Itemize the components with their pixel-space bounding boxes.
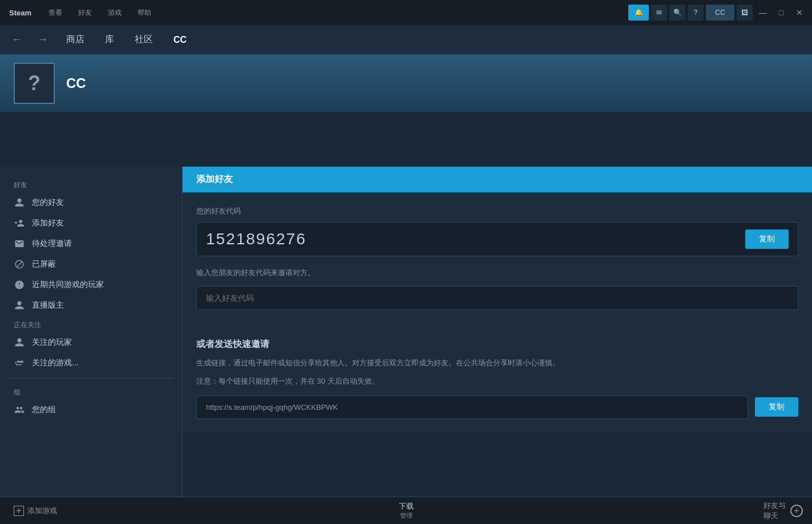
nav-library[interactable]: 库 — [100, 31, 119, 48]
sidebar-label-recent-players: 近期共同游戏的玩家 — [32, 280, 104, 290]
sidebar-section-groups: 组 — [0, 383, 182, 400]
main-layout: 好友 您的好友 添加好友 待处理邀请 已屏蔽 — [0, 167, 812, 524]
following-person-icon — [14, 337, 25, 348]
screenshot-button[interactable]: 🖼 — [737, 5, 753, 21]
bottombar-center: 下载 管理 — [399, 501, 414, 520]
app-name: Steam — [5, 6, 36, 19]
sidebar-divider — [9, 378, 173, 378]
friend-code-value: 1521896276 — [206, 230, 745, 248]
sidebar-item-blocked[interactable]: 已屏蔽 — [0, 254, 182, 275]
titlebar-left: Steam 查看 好友 游戏 帮助 — [5, 6, 155, 20]
bottombar: + 添加游戏 下载 管理 好友与聊天 + — [0, 497, 812, 524]
sidebar-label-following-games: 关注的游戏... — [32, 358, 79, 368]
clock-icon — [14, 279, 25, 291]
content-area: 添加好友 您的好友代码 1521896276 复制 输入您朋友的好友代码来邀请对… — [183, 167, 812, 524]
person-add-icon — [14, 217, 25, 229]
profile-button[interactable]: CC — [706, 5, 734, 21]
invite-link-row: https://s.team/p/hpqj-gqhg/WCKKBPWK 复制 — [196, 396, 798, 419]
add-game-button[interactable]: + 添加游戏 — [9, 503, 62, 518]
friend-code-input[interactable] — [196, 286, 798, 310]
add-game-label: 添加游戏 — [27, 506, 57, 516]
back-button[interactable]: ← — [9, 31, 24, 48]
sidebar-item-following-games[interactable]: 关注的游戏... — [0, 353, 182, 373]
forward-button[interactable]: → — [35, 31, 50, 48]
navbar: ← → 商店 库 社区 CC — [0, 25, 812, 55]
help-button[interactable]: ? — [688, 5, 704, 21]
minimize-button[interactable]: — — [755, 5, 771, 21]
profile-header: ? CC — [0, 55, 812, 112]
avatar: ? — [14, 63, 55, 104]
section-header-add-friend: 添加好友 — [183, 167, 812, 192]
sidebar-item-recent-players[interactable]: 近期共同游戏的玩家 — [0, 275, 182, 295]
close-button[interactable]: ✕ — [791, 5, 807, 21]
section-body-add-friend: 您的好友代码 1521896276 复制 输入您朋友的好友代码来邀请对方。 — [183, 192, 812, 324]
sidebar-item-groups[interactable]: 您的组 — [0, 400, 182, 420]
sidebar-label-following-players: 关注的玩家 — [32, 337, 72, 348]
broadcaster-icon — [14, 300, 25, 311]
profile-name: CC — [66, 75, 86, 91]
sidebar-item-your-friends[interactable]: 您的好友 — [0, 192, 182, 213]
menu-view[interactable]: 查看 — [45, 6, 66, 20]
bottombar-left: + 添加游戏 — [9, 503, 62, 518]
sidebar-label-blocked: 已屏蔽 — [32, 259, 56, 269]
mail-button[interactable]: ✉ — [651, 5, 667, 21]
add-chat-button[interactable]: + — [790, 505, 803, 517]
titlebar: Steam 查看 好友 游戏 帮助 🔔 ✉ 🔍 ? CC 🖼 — □ ✕ — [0, 0, 812, 25]
friend-code-display: 1521896276 复制 — [196, 222, 798, 256]
sidebar-section-following: 正在关注 — [0, 316, 182, 332]
friend-code-label: 您的好友代码 — [196, 206, 798, 216]
sidebar-section-friends: 好友 — [0, 176, 182, 192]
megaphone-icon — [14, 357, 25, 369]
nav-store[interactable]: 商店 — [62, 31, 89, 48]
download-label: 下载 — [399, 501, 414, 511]
block-icon — [14, 259, 25, 270]
nav-community[interactable]: 社区 — [130, 31, 157, 48]
menu-help[interactable]: 帮助 — [134, 6, 155, 20]
titlebar-right: 🔔 ✉ 🔍 ? CC 🖼 — □ ✕ — [628, 5, 807, 21]
sidebar-item-broadcaster[interactable]: 直播版主 — [0, 295, 182, 316]
sidebar-label-pending: 待处理邀请 — [32, 239, 72, 249]
quick-invite-section: 或者发送快速邀请 生成链接，通过电子邮件或短信分享给其他人。对方接受后双方立即成… — [183, 325, 812, 433]
sidebar-item-add-friend[interactable]: 添加好友 — [0, 213, 182, 233]
download-sub: 管理 — [399, 511, 414, 520]
sidebar-item-pending[interactable]: 待处理邀请 — [0, 233, 182, 254]
quick-invite-title: 或者发送快速邀请 — [196, 338, 798, 350]
copy-code-button[interactable]: 复制 — [745, 229, 789, 249]
copy-link-button[interactable]: 复制 — [755, 397, 798, 417]
add-friend-section: 添加好友 您的好友代码 1521896276 复制 输入您朋友的好友代码来邀请对… — [183, 167, 812, 324]
friends-chat-label[interactable]: 好友与聊天 — [763, 501, 786, 521]
menu-games[interactable]: 游戏 — [104, 6, 125, 20]
invite-hint: 输入您朋友的好友代码来邀请对方。 — [196, 268, 798, 278]
maximize-button[interactable]: □ — [773, 5, 789, 21]
search-button[interactable]: 🔍 — [669, 5, 685, 21]
add-game-icon: + — [14, 506, 24, 516]
nav-profile[interactable]: CC — [169, 33, 191, 47]
quick-invite-note: 注意：每个链接只能使用一次，并在 30 天后自动失效。 — [196, 376, 798, 386]
sidebar-label-add-friend: 添加好友 — [32, 218, 64, 228]
menu-friends[interactable]: 好友 — [75, 6, 95, 20]
envelope-icon — [14, 238, 25, 249]
invite-link-value: https://s.team/p/hpqj-gqhg/WCKKBPWK — [196, 396, 748, 419]
person-icon — [14, 197, 25, 208]
bottombar-right: 好友与聊天 + — [763, 501, 803, 521]
sidebar-label-groups: 您的组 — [32, 405, 56, 415]
groups-icon — [14, 404, 25, 416]
notification-button[interactable]: 🔔 — [628, 5, 649, 21]
sidebar-item-following-players[interactable]: 关注的玩家 — [0, 332, 182, 353]
quick-invite-desc: 生成链接，通过电子邮件或短信分享给其他人。对方接受后双方立即成为好友。在公共场合… — [196, 357, 798, 369]
sidebar-label-broadcaster: 直播版主 — [32, 300, 64, 311]
sidebar-label-your-friends: 您的好友 — [32, 197, 64, 208]
sidebar: 好友 您的好友 添加好友 待处理邀请 已屏蔽 — [0, 167, 183, 524]
